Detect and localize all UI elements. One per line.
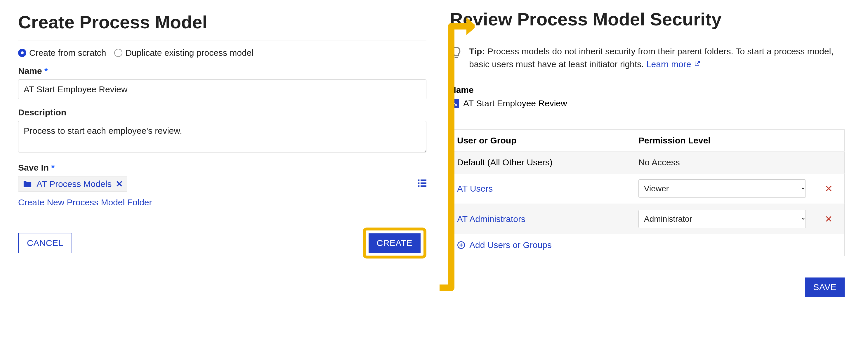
- table-row: AT Users Viewer ✕: [450, 174, 845, 204]
- dialog-title: Create Process Model: [18, 12, 426, 32]
- required-asterisk-icon: *: [51, 163, 55, 172]
- add-users-or-groups-link[interactable]: Add Users or Groups: [450, 234, 845, 256]
- folder-icon: [23, 180, 32, 188]
- svg-rect-5: [421, 185, 426, 187]
- dialog-actions: CANCEL CREATE: [18, 218, 426, 258]
- create-new-folder-link[interactable]: Create New Process Model Folder: [18, 197, 152, 207]
- user-or-group-cell: Default (All Other Users): [457, 157, 553, 167]
- folder-picker-list-icon[interactable]: [417, 179, 426, 189]
- divider: [18, 40, 426, 41]
- learn-more-link[interactable]: Learn more: [646, 59, 701, 69]
- description-textarea[interactable]: Process to start each employee's review.: [18, 121, 426, 152]
- th-user-or-group: User or Group: [450, 130, 631, 152]
- name-field: Name *: [18, 66, 426, 99]
- name-label: Name *: [18, 66, 426, 76]
- save-button[interactable]: SAVE: [805, 277, 845, 297]
- permission-select[interactable]: Administrator: [639, 210, 806, 228]
- radio-duplicate-existing[interactable]: Duplicate existing process model: [114, 48, 253, 58]
- security-actions: SAVE: [450, 269, 845, 297]
- remove-folder-icon[interactable]: ✕: [116, 179, 123, 189]
- user-or-group-link[interactable]: AT Users: [457, 184, 493, 193]
- required-asterisk-icon: *: [44, 66, 48, 76]
- source-radio-group: Create from scratch Duplicate existing p…: [18, 48, 426, 58]
- create-button[interactable]: CREATE: [369, 234, 421, 253]
- svg-rect-2: [417, 183, 420, 184]
- description-label: Description: [18, 107, 426, 117]
- table-row: AT Administrators Administrator ✕: [450, 204, 845, 234]
- permission-cell: No Access: [639, 157, 680, 167]
- tip-box: Tip: Process models do not inherit secur…: [450, 45, 845, 70]
- user-or-group-link[interactable]: AT Administrators: [457, 214, 525, 224]
- folder-chip-name: AT Process Models: [36, 179, 112, 189]
- radio-label: Create from scratch: [29, 48, 106, 58]
- folder-chip[interactable]: AT Process Models ✕: [18, 176, 127, 192]
- save-in-field: Save In * AT Process Models ✕: [18, 163, 426, 207]
- external-link-icon: [694, 60, 701, 67]
- radio-label: Duplicate existing process model: [125, 48, 253, 58]
- pm-name-value: AT Start Employee Review: [463, 98, 567, 109]
- svg-rect-1: [421, 180, 426, 181]
- svg-rect-0: [417, 180, 420, 181]
- radio-dot-icon: [114, 49, 122, 57]
- remove-row-icon[interactable]: ✕: [825, 183, 833, 194]
- pm-name-row: AT Start Employee Review: [450, 98, 845, 109]
- cancel-button[interactable]: CANCEL: [18, 233, 72, 253]
- remove-row-icon[interactable]: ✕: [825, 214, 833, 224]
- security-title: Review Process Model Security: [450, 9, 845, 30]
- th-actions: [813, 130, 844, 152]
- review-security-dialog: Review Process Model Security Tip: Proce…: [444, 0, 862, 340]
- save-in-label: Save In *: [18, 163, 426, 173]
- lightbulb-icon: [450, 46, 463, 59]
- save-in-row: AT Process Models ✕: [18, 176, 426, 192]
- svg-rect-4: [417, 185, 420, 187]
- th-permission-level: Permission Level: [631, 130, 813, 152]
- radio-create-from-scratch[interactable]: Create from scratch: [18, 48, 106, 58]
- security-table: User or Group Permission Level Default (…: [450, 129, 845, 234]
- plus-circle-icon: [457, 241, 465, 249]
- table-row: Default (All Other Users) No Access: [450, 152, 845, 174]
- create-process-model-dialog: Create Process Model Create from scratch…: [0, 0, 444, 340]
- permission-select[interactable]: Viewer: [639, 179, 806, 198]
- pm-name-label: Name: [450, 85, 845, 95]
- description-field: Description Process to start each employ…: [18, 107, 426, 155]
- tip-prefix: Tip:: [469, 47, 485, 56]
- radio-dot-icon: [18, 49, 26, 57]
- callout-highlight: CREATE: [363, 227, 426, 258]
- divider: [450, 38, 845, 38]
- process-model-icon: [450, 99, 459, 108]
- svg-rect-3: [421, 183, 426, 184]
- name-input[interactable]: [18, 80, 426, 99]
